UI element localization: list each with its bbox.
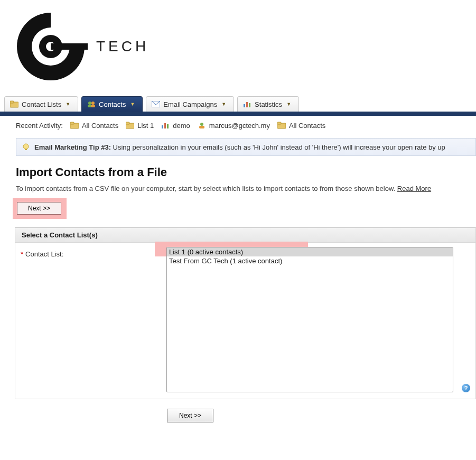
- tab-contacts[interactable]: Contacts ▼: [81, 96, 143, 112]
- logo-mark: [14, 10, 88, 84]
- logo-text: TECH: [96, 38, 149, 55]
- svg-point-23: [200, 123, 203, 126]
- svg-rect-20: [162, 125, 163, 128]
- recent-item[interactable]: demo: [161, 121, 190, 130]
- tip-box: Email Marketing Tip #3: Using personaliz…: [16, 138, 476, 156]
- svg-point-27: [23, 144, 29, 149]
- contact-list-label: *Contact List:: [21, 247, 158, 392]
- envelope-icon: [152, 100, 160, 108]
- recent-activity-label: Recent Activity:: [16, 122, 63, 130]
- recent-item[interactable]: All Contacts: [70, 121, 118, 130]
- logo-area: TECH: [0, 0, 476, 89]
- dropdown-arrow-icon: ▼: [286, 102, 291, 107]
- contact-list-wrap: List 1 (0 active contacts) Test From GC …: [166, 247, 453, 392]
- tip-text: Email Marketing Tip #3: Using personaliz…: [34, 143, 445, 151]
- folder-icon: [70, 121, 79, 130]
- recent-activity-bar: Recent Activity: All Contacts List 1 dem…: [0, 116, 476, 135]
- users-icon: [87, 100, 96, 108]
- svg-rect-11: [91, 105, 95, 107]
- next-button-bottom[interactable]: Next >>: [167, 409, 213, 422]
- folder-icon: [277, 121, 286, 130]
- tab-label: Statistics: [255, 100, 282, 108]
- tip-body: Using personalization in your emails (su…: [113, 143, 445, 151]
- list-option[interactable]: Test From GC Tech (1 active contact): [167, 256, 453, 265]
- svg-point-8: [88, 102, 91, 105]
- tab-label: Contact Lists: [22, 100, 61, 108]
- svg-point-10: [91, 102, 95, 105]
- tab-label: Email Campaigns: [163, 100, 217, 108]
- lightbulb-icon: [22, 143, 30, 151]
- dropdown-arrow-icon: ▼: [66, 102, 70, 107]
- main-tabs: Contact Lists ▼ Contacts ▼ Email Campaig…: [0, 93, 476, 113]
- svg-rect-24: [199, 126, 204, 128]
- intro-text: To import contacts from a CSV file on yo…: [16, 185, 395, 192]
- read-more-link[interactable]: Read More: [397, 185, 431, 192]
- recent-item-label: marcus@gctech.my: [209, 122, 270, 130]
- field-label-text: Contact List:: [25, 250, 63, 258]
- dropdown-arrow-icon: ▼: [221, 102, 226, 107]
- section-body: *Contact List: List 1 (0 active contacts…: [15, 243, 475, 399]
- recent-item[interactable]: marcus@gctech.my: [198, 121, 270, 130]
- list-option[interactable]: List 1 (0 active contacts): [167, 247, 453, 256]
- svg-rect-15: [249, 103, 250, 107]
- select-contact-list-section: Select a Contact List(s) *Contact List: …: [15, 227, 476, 399]
- chart-icon: [243, 100, 251, 108]
- user-icon: [198, 121, 206, 130]
- svg-rect-13: [244, 104, 245, 107]
- dropdown-arrow-icon: ▼: [130, 102, 135, 107]
- svg-rect-21: [164, 123, 166, 128]
- required-asterisk: *: [21, 250, 23, 258]
- folder-icon: [10, 100, 18, 108]
- page-intro: To import contacts from a CSV file on yo…: [16, 185, 476, 192]
- svg-rect-28: [25, 149, 27, 150]
- tab-label: Contacts: [99, 100, 126, 108]
- recent-item[interactable]: List 1: [126, 121, 154, 130]
- svg-rect-7: [10, 101, 14, 103]
- page-title: Import Contacts from a File: [16, 165, 476, 179]
- recent-item[interactable]: All Contacts: [277, 121, 325, 130]
- svg-rect-17: [70, 122, 74, 124]
- svg-rect-19: [126, 122, 129, 124]
- help-icon[interactable]: ?: [462, 384, 470, 392]
- recent-item-label: demo: [173, 122, 190, 130]
- recent-item-label: List 1: [137, 122, 154, 130]
- tab-statistics[interactable]: Statistics ▼: [237, 96, 299, 112]
- next-button-highlight: Next >>: [13, 198, 67, 219]
- svg-rect-26: [277, 122, 281, 124]
- recent-item-label: All Contacts: [289, 122, 325, 130]
- svg-rect-14: [246, 102, 248, 107]
- contact-list-select[interactable]: List 1 (0 active contacts) Test From GC …: [166, 247, 453, 392]
- tab-email-campaigns[interactable]: Email Campaigns ▼: [146, 96, 234, 112]
- section-header: Select a Contact List(s): [15, 228, 475, 243]
- chart-icon: [161, 121, 170, 130]
- recent-item-label: All Contacts: [82, 122, 118, 130]
- svg-rect-22: [167, 124, 169, 128]
- tip-title: Email Marketing Tip #3:: [34, 143, 111, 151]
- next-button-top[interactable]: Next >>: [17, 202, 61, 215]
- folder-icon: [126, 121, 134, 130]
- svg-rect-5: [51, 43, 88, 50]
- tab-contact-lists[interactable]: Contact Lists ▼: [4, 96, 78, 112]
